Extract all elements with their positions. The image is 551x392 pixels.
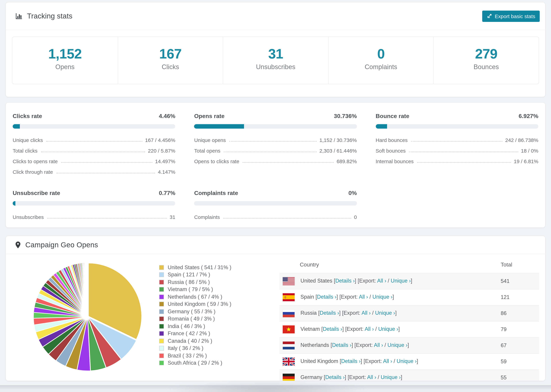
rate-section-opens-rate: Opens rate30.736%Unique opens1,152 / 30.… <box>194 113 357 177</box>
export-all-link[interactable]: All › <box>367 374 376 380</box>
legend-swatch <box>159 309 164 314</box>
detail-value: 1,152 / 30.736% <box>319 137 357 143</box>
export-unique-link[interactable]: Unique › <box>381 374 401 380</box>
legend-label: Netherlands ( 67 / 4% ) <box>168 294 222 300</box>
detail-value: 2,303 / 61.446% <box>319 148 357 154</box>
detail-label: Internal bounces <box>376 158 414 164</box>
export-all-link[interactable]: All › <box>359 294 368 300</box>
legend-swatch <box>159 265 164 270</box>
export-unique-link[interactable]: Unique › <box>397 358 417 364</box>
details-link[interactable]: Details › <box>332 342 352 348</box>
export-all-link[interactable]: All › <box>377 278 386 284</box>
country-name: Germany <box>300 374 322 380</box>
export-unique-link[interactable]: Unique › <box>373 294 393 300</box>
rate-detail-row: Opens to clicks rate689.82% <box>194 156 357 167</box>
progress-bar-fill <box>13 201 15 206</box>
legend-label: Brazil ( 33 / 2% ) <box>168 353 207 359</box>
rate-detail-row: Click through rate4.147% <box>13 167 175 177</box>
detail-value: 167 / 4.456% <box>145 137 175 143</box>
rate-title: Bounce rate <box>376 113 409 120</box>
link-punctuation: [ <box>317 310 320 316</box>
page-title: Tracking stats <box>27 12 72 20</box>
legend-swatch <box>159 273 164 277</box>
summary-label: Bounces <box>434 63 539 71</box>
legend-swatch <box>159 331 164 336</box>
legend-swatch <box>159 361 164 365</box>
legend-label: Russia ( 86 / 5% ) <box>168 279 210 285</box>
rate-title: Opens rate <box>194 113 225 120</box>
rate-title: Complaints rate <box>194 190 238 197</box>
export-unique-link[interactable]: Unique › <box>378 326 398 332</box>
details-link[interactable]: Details › <box>320 310 339 316</box>
detail-label: Unsubscribes <box>13 214 44 220</box>
detail-value: 220 / 5.87% <box>148 148 175 154</box>
link-punctuation: [ <box>332 278 335 284</box>
map-pin-icon <box>15 241 21 249</box>
link-punctuation: / <box>368 294 373 300</box>
dotted-leader <box>56 173 155 173</box>
summary-label: Unsubscribes <box>223 63 328 71</box>
details-link[interactable]: Details › <box>317 294 337 300</box>
link-punctuation: [ <box>314 294 317 300</box>
summary-value: 1,152 <box>12 46 118 61</box>
legend-item: Romania ( 49 / 3% ) <box>159 315 280 322</box>
country-name: United States <box>300 278 332 284</box>
export-all-link[interactable]: All › <box>361 310 371 316</box>
summary-stat-bounces: 279Bounces <box>433 37 539 84</box>
legend-label: Vietnam ( 79 / 5% ) <box>168 287 213 293</box>
legend-swatch <box>159 353 164 358</box>
details-link[interactable]: Details › <box>335 278 355 284</box>
progress-bar <box>13 124 175 129</box>
details-link[interactable]: Details › <box>341 358 361 364</box>
export-basic-stats-button[interactable]: Export basic stats <box>482 10 540 22</box>
link-punctuation: [ <box>338 358 341 364</box>
legend-item: United Kingdom ( 59 / 3% ) <box>159 301 280 308</box>
details-link[interactable]: Details › <box>323 326 342 332</box>
detail-label: Unique opens <box>194 137 226 143</box>
dotted-leader <box>409 152 518 152</box>
export-all-link[interactable]: All › <box>374 342 383 348</box>
link-punctuation: / <box>371 310 375 316</box>
export-unique-link[interactable]: Unique › <box>387 342 407 348</box>
detail-label: Clicks to opens rate <box>13 158 58 164</box>
legend-label: Italy ( 36 / 2% ) <box>168 345 203 351</box>
legend-label: India ( 46 / 3% ) <box>168 323 205 329</box>
export-all-link[interactable]: All › <box>383 358 392 364</box>
pie-chart-svg <box>31 260 144 373</box>
legend-label: United Kingdom ( 59 / 3% ) <box>168 301 231 307</box>
geo-table-header-row: Country Total <box>280 257 539 273</box>
legend-swatch <box>159 302 164 307</box>
detail-label: Soft bounces <box>376 148 406 154</box>
dotted-leader <box>46 141 142 142</box>
geo-table-row-us: United States [Details ›] [Export: All ›… <box>280 273 539 289</box>
progress-bar-fill <box>194 124 244 129</box>
export-unique-link[interactable]: Unique › <box>375 310 395 316</box>
legend-item: Russia ( 86 / 5% ) <box>159 279 280 286</box>
link-punctuation: / <box>383 342 388 348</box>
export-unique-link[interactable]: Unique › <box>391 278 411 284</box>
detail-label: Opens to clicks rate <box>194 158 239 164</box>
country-total: 55 <box>501 370 539 381</box>
country-total: 59 <box>501 354 539 370</box>
summary-stat-complaints: 0Complaints <box>328 37 433 84</box>
detail-label: Hard bounces <box>376 137 408 143</box>
legend-swatch <box>159 317 164 321</box>
details-link[interactable]: Details › <box>325 374 345 380</box>
legend-item: Italy ( 36 / 2% ) <box>159 345 280 352</box>
rate-section-unsubscribe-rate: Unsubscribe rate0.77%Unsubscribes31 <box>13 190 175 222</box>
tracking-stats-card: Tracking stats Export basic stats 1,152O… <box>6 2 545 97</box>
legend-label: Romania ( 49 / 3% ) <box>168 316 215 322</box>
geo-table-row-gb: United Kingdom [Details ›] [Export: All … <box>280 354 539 370</box>
dotted-leader <box>223 218 351 219</box>
rate-detail-row: Unique opens1,152 / 30.736% <box>194 135 357 145</box>
rate-value: 0% <box>348 190 357 197</box>
progress-bar <box>376 124 538 129</box>
summary-label: Opens <box>12 63 118 71</box>
link-punctuation: ] <box>411 278 412 284</box>
geo-header: Campaign Geo Opens <box>6 236 545 254</box>
progress-bar <box>13 201 175 206</box>
link-punctuation: ] <box>401 374 402 380</box>
legend-label: Germany ( 55 / 3% ) <box>168 308 215 315</box>
dotted-leader <box>47 218 167 219</box>
export-all-link[interactable]: All › <box>365 326 374 332</box>
